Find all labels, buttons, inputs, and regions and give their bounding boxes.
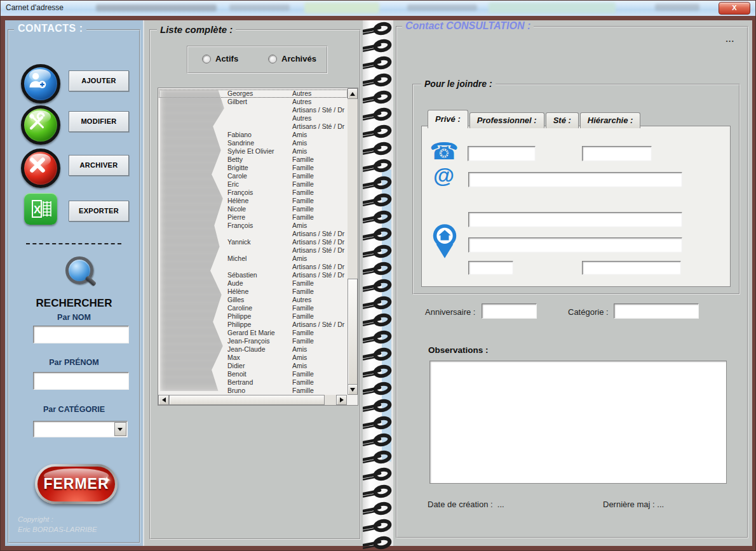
horizontal-scrollbar[interactable] <box>158 395 347 405</box>
by-firstname-label: Par PRÉNOM <box>5 358 143 367</box>
contact-category: Famille <box>292 156 348 164</box>
copyright-text: Copyright : Eric BORDAS-LARRIBE <box>18 515 97 534</box>
tab-hirarchie[interactable]: Hiérarchie : <box>580 112 641 128</box>
combobox-dropdown-button[interactable] <box>114 422 126 436</box>
city-input[interactable] <box>582 261 681 275</box>
tab-priv[interactable]: Privé : <box>428 110 468 128</box>
contact-category: Autres <box>292 90 348 98</box>
radio-circle-icon <box>202 55 211 63</box>
anniversaire-label: Anniversaire : <box>425 307 475 317</box>
spiral-coil <box>363 227 393 244</box>
window-title: Carnet d'adresse <box>6 3 64 12</box>
radio-actifs[interactable]: Actifs <box>202 54 238 63</box>
spiral-coil <box>363 244 393 262</box>
contact-firstname: Betty <box>227 156 292 164</box>
tab-professionnel[interactable]: Professionnel : <box>469 112 544 128</box>
email-at-icon: @ <box>433 163 454 188</box>
joindre-tabs: Privé :Professionnel :Sté :Hiérarchie : <box>428 110 642 128</box>
categorie-input[interactable] <box>614 303 699 319</box>
spiral-coil <box>363 330 393 347</box>
contact-category: Amis <box>292 222 348 230</box>
sparkle-decoration: ✦ <box>103 474 111 486</box>
contact-category: Amis <box>292 139 348 147</box>
spiral-coil <box>363 262 393 279</box>
exporter-button[interactable]: EXPORTER <box>69 201 129 222</box>
contact-firstname: Hélène <box>227 288 292 296</box>
scroll-up-button[interactable] <box>348 88 358 99</box>
address1-input[interactable] <box>468 212 682 227</box>
contact-category: Autres <box>292 114 348 123</box>
spiral-coil <box>363 159 393 176</box>
home-pin-glyph <box>430 223 459 260</box>
contact-firstname: Gilbert <box>227 98 292 106</box>
contact-category: Artisans / Sté / Dr <box>292 123 348 131</box>
contact-firstname: Sébastien <box>227 271 292 279</box>
contacts-sidebar: CONTACTS : AJOUTER MODIFIER <box>5 20 143 546</box>
contact-category: Famille <box>292 205 348 213</box>
filter-radio-group: Actifs Archivés <box>187 46 328 74</box>
contact-category: Amis <box>292 345 348 354</box>
spiral-coil <box>363 107 393 124</box>
address2-input[interactable] <box>468 237 682 253</box>
list-panel: Liste complète : Actifs Archivés Georges… <box>143 20 363 546</box>
spiral-coil <box>363 210 393 227</box>
contact-firstname <box>227 230 292 238</box>
contact-firstname: Bruno <box>227 387 292 395</box>
search-category-combobox[interactable] <box>33 421 128 437</box>
archiver-button[interactable]: ARCHIVER <box>69 155 129 176</box>
delete-cross-icon[interactable] <box>21 149 60 188</box>
vertical-scrollbar[interactable] <box>348 88 358 395</box>
contact-category: Famille <box>292 172 348 180</box>
contact-category: Famille <box>292 164 348 172</box>
search-title: RECHERCHER <box>5 297 143 310</box>
ajouter-button[interactable]: AJOUTER <box>69 70 129 91</box>
phone1-input[interactable] <box>468 146 536 161</box>
contact-firstname: Michel <box>227 255 292 263</box>
spiral-coil <box>363 382 393 399</box>
contact-firstname: Gilles <box>227 296 292 304</box>
contact-category: Autres <box>292 98 348 106</box>
anniversaire-input[interactable] <box>482 303 537 319</box>
contact-category: Famille <box>292 180 348 189</box>
postal-code-input[interactable] <box>468 261 513 275</box>
derniere-maj-value: ... <box>657 500 664 509</box>
contact-firstname <box>227 263 292 271</box>
contact-firstname: Didier <box>227 362 292 370</box>
vertical-scroll-thumb[interactable] <box>348 279 358 385</box>
contact-firstname: Sandrine <box>227 139 292 147</box>
title-bar: Carnet d'adresse X <box>1 1 755 16</box>
ribbon-blur <box>489 3 616 13</box>
spiral-coil <box>363 364 393 382</box>
tools-glyph <box>27 111 48 133</box>
spiral-coil <box>363 124 393 142</box>
contact-firstname <box>227 246 292 255</box>
excel-icon[interactable]: X <box>24 193 57 225</box>
scroll-down-button[interactable] <box>348 384 358 395</box>
contact-firstname: Philippe <box>227 312 292 321</box>
scroll-left-button[interactable] <box>158 395 169 405</box>
tools-icon[interactable] <box>21 105 60 145</box>
contact-category: Famille <box>292 304 348 312</box>
horizontal-scroll-thumb[interactable] <box>169 395 325 405</box>
close-button[interactable]: X <box>719 2 750 15</box>
fermer-button[interactable]: FERMER ✦ <box>35 464 118 504</box>
tab-st[interactable]: Sté : <box>546 112 579 128</box>
spiral-coil <box>363 142 393 159</box>
ribbon-blur <box>655 4 699 11</box>
spiral-coil <box>363 501 393 519</box>
search-firstname-input[interactable] <box>33 372 129 390</box>
phone2-input[interactable] <box>582 146 652 161</box>
spiral-coil <box>363 347 393 364</box>
contact-category: Artisans / Sté / Dr <box>292 271 348 279</box>
email-input[interactable] <box>468 172 682 187</box>
contact-category: Amis <box>292 354 348 362</box>
spiral-coils <box>363 22 393 545</box>
modifier-button[interactable]: MODIFIER <box>69 111 129 132</box>
search-name-input[interactable] <box>33 326 129 343</box>
spiral-coil <box>363 39 393 56</box>
observations-textarea[interactable] <box>429 361 727 484</box>
scroll-right-button[interactable] <box>336 395 347 405</box>
radio-archives[interactable]: Archivés <box>268 54 316 63</box>
contact-firstname: Sylvie Et Olivier <box>227 147 292 156</box>
add-user-icon[interactable] <box>21 64 60 103</box>
